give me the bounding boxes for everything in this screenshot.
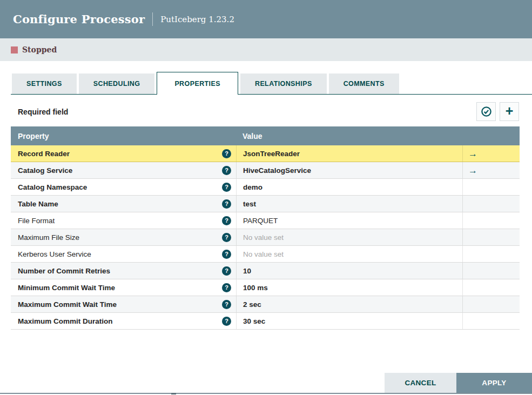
go-to-service-cell (462, 246, 520, 262)
property-value: JsonTreeReader (243, 150, 300, 158)
stopped-status-icon (11, 46, 18, 53)
property-row[interactable]: File Format?PARQUET (11, 212, 520, 229)
go-to-service-cell (462, 279, 520, 296)
dialog-header: Configure Processor PutIceberg 1.23.2 (0, 0, 532, 38)
property-row[interactable]: Maximum File Size?No value set (11, 229, 520, 246)
property-row[interactable]: Maximum Commit Duration?30 sec (11, 313, 520, 330)
property-value-cell[interactable]: 30 sec (236, 313, 462, 329)
go-to-service-cell[interactable]: → (462, 162, 520, 178)
help-icon[interactable]: ? (222, 266, 231, 276)
property-value-cell[interactable]: demo (236, 179, 462, 195)
status-bar: Stopped (0, 38, 532, 61)
property-value-cell[interactable]: test (236, 196, 462, 212)
processor-type-version: PutIceberg 1.23.2 (160, 15, 234, 24)
property-table: Property Value Record Reader?JsonTreeRea… (11, 126, 520, 330)
dialog-bottom-edge-tick (171, 393, 176, 394)
help-icon[interactable]: ? (222, 300, 231, 309)
dialog-bottom-edge (0, 393, 532, 394)
check-circle-icon (481, 106, 492, 117)
property-row[interactable]: Number of Commit Retries?10 (11, 263, 520, 279)
tab-scheduling[interactable]: SCHEDULING (79, 73, 155, 94)
property-name: Maximum Commit Duration (18, 317, 113, 325)
help-icon[interactable]: ? (222, 216, 231, 225)
property-name: Maximum File Size (18, 233, 79, 242)
property-name-cell: Minimum Commit Wait Time? (11, 279, 236, 296)
property-name: Catalog Service (18, 166, 72, 175)
help-icon[interactable]: ? (222, 283, 231, 292)
help-icon[interactable]: ? (222, 183, 231, 192)
property-name: Kerberos User Service (18, 250, 91, 258)
property-value-cell[interactable]: 2 sec (236, 296, 462, 312)
dialog-footer: CANCEL APPLY (385, 373, 532, 393)
tab-comments[interactable]: COMMENTS (329, 73, 399, 94)
required-field-label: Required field (11, 108, 68, 116)
property-value-cell[interactable]: HiveCatalogService (236, 162, 462, 178)
property-name-cell: Maximum Commit Duration? (11, 313, 236, 329)
property-row[interactable]: Catalog Service?HiveCatalogService→ (11, 162, 520, 179)
property-name: Maximum Commit Wait Time (18, 300, 117, 309)
property-name-cell: Catalog Service? (11, 162, 236, 178)
property-value: No value set (243, 233, 284, 242)
cancel-button[interactable]: CANCEL (385, 373, 456, 393)
property-value: 30 sec (243, 317, 265, 325)
go-to-service-cell (462, 179, 520, 195)
tabbar: SETTINGS SCHEDULING PROPERTIES RELATIONS… (11, 72, 532, 95)
property-name: Minimum Commit Wait Time (18, 284, 115, 292)
property-row[interactable]: Record Reader?JsonTreeReader→ (11, 145, 520, 162)
verify-properties-button[interactable] (476, 102, 496, 121)
property-value: test (243, 200, 256, 208)
property-value: PARQUET (243, 217, 278, 225)
property-row[interactable]: Kerberos User Service?No value set (11, 246, 520, 263)
property-row[interactable]: Maximum Commit Wait Time?2 sec (11, 296, 520, 313)
go-to-service-cell (462, 313, 520, 329)
property-value: HiveCatalogService (243, 166, 311, 175)
help-icon[interactable]: ? (222, 233, 231, 242)
help-icon[interactable]: ? (222, 250, 231, 259)
go-to-service-icon[interactable]: → (468, 166, 477, 175)
help-icon[interactable]: ? (222, 199, 231, 209)
property-value: No value set (243, 250, 284, 258)
help-icon[interactable]: ? (222, 149, 231, 158)
property-name: Record Reader (18, 150, 70, 158)
property-value-cell[interactable]: 100 ms (236, 279, 462, 296)
property-name: Table Name (18, 200, 58, 208)
property-value: demo (243, 183, 262, 191)
property-name-cell: Number of Commit Retries? (11, 263, 236, 279)
property-value-cell[interactable]: No value set (236, 229, 462, 245)
tab-settings[interactable]: SETTINGS (12, 73, 77, 94)
dialog-title: Configure Processor (13, 12, 145, 26)
help-icon[interactable]: ? (222, 317, 231, 326)
property-name-cell: Catalog Namespace? (11, 179, 236, 195)
column-header-value: Value (236, 132, 262, 140)
property-name: File Format (18, 217, 55, 225)
go-to-service-icon[interactable]: → (468, 149, 477, 158)
property-row[interactable]: Minimum Commit Wait Time?100 ms (11, 279, 520, 296)
property-value-cell[interactable]: PARQUET (236, 212, 462, 229)
column-header-property: Property (11, 132, 236, 140)
property-row[interactable]: Catalog Namespace?demo (11, 179, 520, 196)
property-value-cell[interactable]: No value set (236, 246, 462, 262)
go-to-service-cell[interactable]: → (462, 145, 520, 162)
tab-properties[interactable]: PROPERTIES (157, 72, 238, 95)
property-table-header: Property Value (11, 126, 520, 145)
go-to-service-cell (462, 296, 520, 312)
property-name-cell: Record Reader? (11, 145, 236, 162)
property-name: Catalog Namespace (18, 183, 87, 191)
property-value: 10 (243, 267, 251, 275)
go-to-service-cell (462, 229, 520, 245)
go-to-service-cell (462, 212, 520, 229)
go-to-service-cell (462, 263, 520, 279)
status-label: Stopped (22, 45, 57, 54)
apply-button[interactable]: APPLY (456, 373, 532, 393)
property-value-cell[interactable]: JsonTreeReader (236, 145, 462, 162)
property-table-body: Record Reader?JsonTreeReader→Catalog Ser… (11, 145, 520, 330)
properties-toolbar: Required field + (11, 102, 519, 121)
property-row[interactable]: Table Name?test (11, 196, 520, 212)
add-property-button[interactable]: + (500, 102, 519, 121)
title-separator (152, 12, 153, 26)
help-icon[interactable]: ? (222, 166, 231, 175)
property-value-cell[interactable]: 10 (236, 263, 462, 279)
property-name-cell: Maximum Commit Wait Time? (11, 296, 236, 312)
tab-relationships[interactable]: RELATIONSHIPS (240, 73, 327, 94)
property-value: 2 sec (243, 300, 261, 309)
